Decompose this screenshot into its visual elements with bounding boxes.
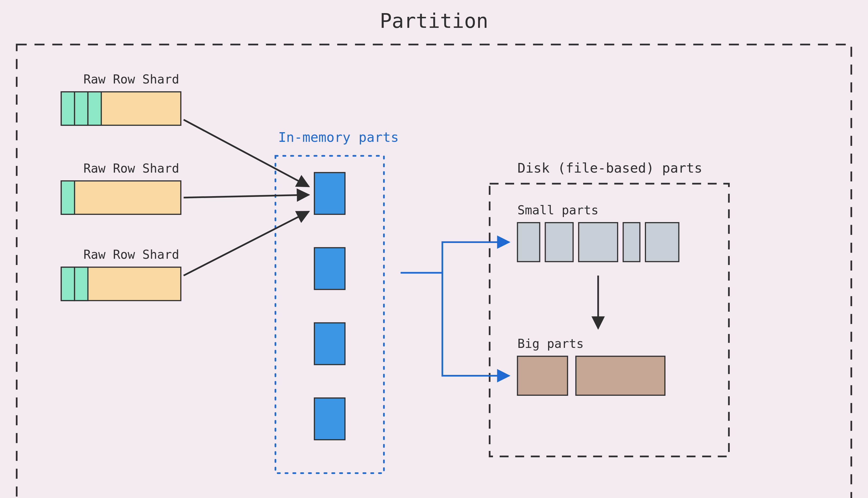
arrow-memory-to-big: [442, 273, 509, 376]
memory-part: [314, 248, 345, 290]
in-memory-label: In-memory parts: [278, 130, 399, 145]
disk-label: Disk (file-based) parts: [518, 160, 703, 176]
shard-label: Raw Row Shard: [83, 72, 179, 87]
memory-part: [314, 323, 345, 365]
svg-rect-1: [61, 92, 75, 125]
small-part: [545, 223, 573, 262]
small-parts-label: Small parts: [518, 203, 599, 217]
partition-diagram: Partition Raw Row Shard Raw Row Shard Ra…: [0, 0, 868, 498]
big-part: [576, 356, 665, 395]
svg-rect-5: [61, 181, 75, 214]
big-parts-label: Big parts: [518, 337, 584, 351]
svg-rect-3: [88, 92, 102, 125]
diagram-title: Partition: [380, 9, 489, 32]
memory-part: [314, 173, 345, 214]
small-parts-row: [518, 223, 679, 262]
arrow-shard-to-memory: [184, 195, 309, 197]
big-parts-row: [518, 356, 665, 395]
big-part: [518, 356, 567, 395]
small-part: [578, 223, 618, 262]
svg-rect-4: [61, 181, 181, 214]
arrow-memory-to-small: [401, 242, 509, 273]
in-memory-parts: [314, 173, 345, 440]
small-part: [518, 223, 540, 262]
shard-label: Raw Row Shard: [83, 248, 179, 262]
small-part: [623, 223, 640, 262]
svg-rect-2: [75, 92, 88, 125]
raw-row-shard: [61, 92, 181, 125]
shard-label: Raw Row Shard: [83, 161, 179, 175]
small-part: [645, 223, 679, 262]
svg-rect-7: [61, 267, 75, 301]
raw-row-shard: [61, 267, 181, 301]
raw-row-shard: [61, 181, 181, 214]
memory-part: [314, 398, 345, 440]
arrow-shard-to-memory: [184, 211, 309, 275]
svg-rect-8: [75, 267, 88, 301]
